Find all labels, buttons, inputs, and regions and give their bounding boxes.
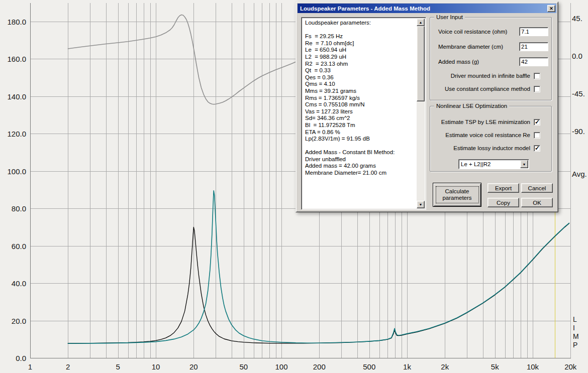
- parameter-line: Fs = 29.25 Hz: [305, 33, 416, 40]
- x-axis-label: 500: [363, 362, 375, 371]
- parameters-listbox[interactable]: Loudspeaker parameters: Fs = 29.25 HzRe …: [301, 17, 426, 210]
- x-axis-label: 1: [28, 362, 32, 371]
- parameter-line: Cms = 0.755108 mm/N: [305, 101, 416, 108]
- x-axis-label: 20k: [564, 362, 577, 371]
- parameter-line: Loudspeaker parameters:: [305, 20, 416, 27]
- dropdown-arrow-icon[interactable]: ▼: [520, 160, 528, 168]
- estimate-tsp-row: Estimate TSP by LSE minimization: [430, 118, 540, 126]
- membrane-diameter-row: Membrane diameter (cm): [438, 42, 548, 51]
- scroll-down-icon: ▼: [419, 203, 423, 206]
- parameter-line: Driver unbaffled: [305, 156, 416, 163]
- membrane-diameter-label: Membrane diameter (cm): [438, 44, 503, 50]
- x-axis-label: 5k: [491, 362, 499, 371]
- infinite-baffle-label: Driver mounted in infinite baffle: [451, 73, 530, 79]
- cancel-button[interactable]: Cancel: [521, 183, 553, 193]
- y-axis-label: 140.0: [7, 92, 26, 101]
- parameter-line: Rms = 1.736597 kg/s: [305, 95, 416, 102]
- added-mass-input[interactable]: [519, 57, 548, 66]
- phase-axis-label: 0.0: [572, 52, 582, 60]
- parameter-line: Sd= 346.36 cm^2: [305, 115, 416, 122]
- calculate-parameters-label: Calculate parameters: [436, 186, 479, 203]
- parameter-line: Added Mass - Constant Bl Method:: [305, 149, 416, 156]
- parameter-line: [305, 143, 416, 150]
- y-axis-label: 80.0: [12, 204, 26, 213]
- limp-vertical-label: P: [573, 341, 577, 349]
- voice-coil-resistance-input[interactable]: [519, 27, 548, 36]
- y-axis-label: 160.0: [7, 55, 26, 63]
- x-axis-label: 200: [313, 362, 326, 371]
- parameter-line: Lp(2.83V/1m) = 91.95 dB: [305, 136, 416, 143]
- inductor-model-dropdown[interactable]: Le + L2||R2 ▼: [458, 159, 529, 169]
- copy-button[interactable]: Copy: [487, 198, 519, 207]
- parameters-text: Loudspeaker parameters: Fs = 29.25 HzRe …: [302, 18, 417, 209]
- scrollbar-thumb[interactable]: [417, 26, 425, 101]
- lossy-inductor-label: Estimate lossy inductor model: [453, 145, 530, 151]
- limp-vertical-label: L: [573, 315, 577, 323]
- parameter-line: Le = 650.94 uH: [305, 47, 416, 54]
- constant-compliance-checkbox[interactable]: [534, 86, 540, 92]
- dialog-title: Loudspeaker Parameters - Added Mass Meth…: [300, 6, 547, 12]
- infinite-baffle-checkbox[interactable]: [534, 73, 540, 79]
- phase-axis-label: 45.: [572, 14, 582, 23]
- close-button[interactable]: ✕: [547, 5, 555, 12]
- y-axis-label: 20.0: [12, 317, 26, 325]
- estimate-tsp-checkbox[interactable]: [534, 119, 540, 126]
- nonlinear-lse-group: Nonlinear LSE Optimization Estimate TSP …: [430, 106, 552, 172]
- dropdown-arrow-glyph: ▼: [523, 163, 526, 166]
- parameter-line: Bl = 11.972528 Tm: [305, 122, 416, 129]
- lossy-inductor-checkbox[interactable]: [534, 145, 540, 152]
- y-axis-label: 100.0: [7, 167, 26, 176]
- scroll-up-button[interactable]: ▲: [417, 19, 425, 26]
- user-input-legend: User Input: [434, 14, 465, 20]
- y-axis-label: 120.0: [7, 130, 26, 138]
- parameter-line: [305, 27, 416, 34]
- export-button[interactable]: Export: [487, 183, 519, 193]
- estimate-re-checkbox[interactable]: [534, 132, 540, 139]
- parameter-line: Qt = 0.33: [305, 67, 416, 74]
- parameter-line: L2 = 988.29 uH: [305, 54, 416, 61]
- y-axis-label: 0.0: [16, 354, 26, 362]
- x-axis-label: 10: [152, 362, 160, 371]
- parameter-line: Re = 7.10 ohm[dc]: [305, 40, 416, 47]
- inductor-model-value: Le + L2||R2: [459, 161, 520, 167]
- infinite-baffle-row: Driver mounted in infinite baffle: [430, 72, 540, 79]
- parameter-line: Mms = 39.21 grams: [305, 88, 416, 95]
- x-axis-label: 2k: [441, 362, 449, 371]
- x-axis-label: 100: [275, 362, 287, 371]
- y-axis-label: 60.0: [12, 242, 26, 251]
- scroll-down-button[interactable]: ▼: [417, 201, 425, 208]
- parameters-scrollbar[interactable]: ▲ ▼: [417, 19, 425, 208]
- ok-button[interactable]: OK: [521, 198, 553, 207]
- parameter-line: ETA = 0.86 %: [305, 129, 416, 136]
- membrane-diameter-input[interactable]: [519, 42, 548, 51]
- x-axis-label: 2: [66, 362, 70, 371]
- avg-label: Avg.: [572, 170, 587, 178]
- parameter-line: Qes = 0.36: [305, 74, 416, 81]
- x-axis-label: 1k: [403, 362, 411, 371]
- y-axis-label: 40.0: [12, 279, 26, 288]
- x-axis-label: 10k: [527, 362, 539, 371]
- limp-vertical-label: I: [573, 324, 575, 332]
- limp-vertical-label: M: [573, 332, 579, 340]
- close-icon: ✕: [549, 6, 553, 11]
- x-axis-label: 5: [116, 362, 120, 371]
- parameter-line: Added mass = 42.00 grams: [305, 163, 416, 170]
- dialog-titlebar[interactable]: Loudspeaker Parameters - Added Mass Meth…: [298, 4, 556, 13]
- voice-coil-resistance-label: Voice coil resistance (ohm): [438, 29, 507, 35]
- loudspeaker-parameters-dialog: Loudspeaker Parameters - Added Mass Meth…: [296, 2, 558, 212]
- constant-compliance-label: Use constant compliance method: [445, 86, 530, 92]
- x-axis-label: 50: [239, 362, 248, 371]
- user-input-group: User Input Voice coil resistance (ohm) M…: [430, 17, 552, 100]
- parameter-line: R2 = 23.13 ohm: [305, 61, 416, 68]
- phase-axis-label: -90.: [572, 127, 585, 136]
- nonlinear-lse-legend: Nonlinear LSE Optimization: [434, 103, 509, 109]
- lossy-inductor-row: Estimate lossy inductor model: [430, 145, 540, 152]
- added-mass-label: Added mass (g): [438, 59, 479, 65]
- constant-compliance-row: Use constant compliance method: [430, 85, 540, 92]
- phase-axis-label: -45.: [572, 89, 585, 98]
- voice-coil-resistance-row: Voice coil resistance (ohm): [438, 27, 548, 36]
- scroll-up-icon: ▲: [419, 21, 423, 24]
- estimate-re-row: Estimate voice coil resistance Re: [430, 132, 540, 139]
- calculate-parameters-button[interactable]: Calculate parameters: [433, 183, 481, 207]
- scrollbar-track[interactable]: [417, 101, 425, 201]
